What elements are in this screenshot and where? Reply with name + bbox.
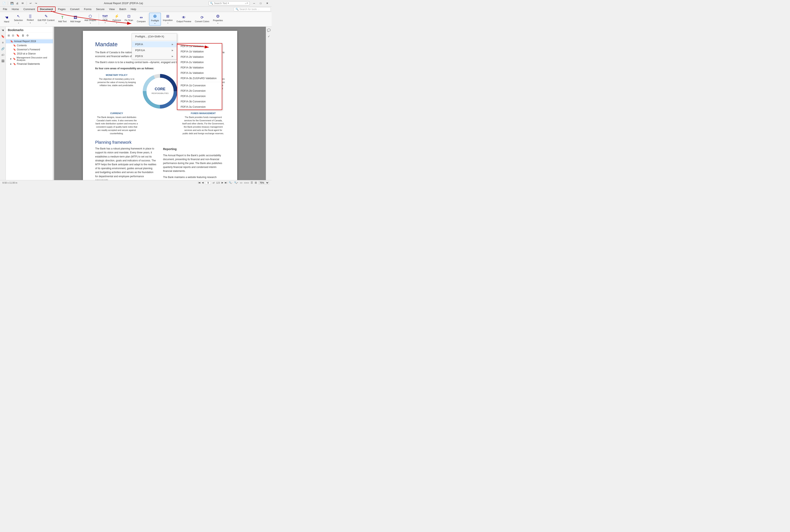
menu-batch[interactable]: Batch <box>117 7 128 11</box>
tool-add-text[interactable]: T Add Text <box>57 13 68 26</box>
pdfa-2u-validation[interactable]: PDF/A-2u Validation <box>177 60 222 65</box>
text-search-box[interactable]: 🔍 Search Text ▾ ‹ › ✕ <box>208 1 250 5</box>
nav-first[interactable]: |◀ <box>198 181 200 184</box>
tool-imposition[interactable]: ⊞ Imposition ▾ <box>161 13 174 26</box>
preflight-open-item[interactable]: Preflight... (Ctrl+Shift+X) <box>132 34 177 39</box>
page-dimensions: 8.50 x 11.00 in <box>2 182 17 184</box>
bm-collapse-all[interactable]: ⊟ <box>11 34 15 37</box>
pdfa-2u-conversion[interactable]: PDF/A-2u Conversion <box>177 94 222 99</box>
pdfa-2b-conversion[interactable]: PDF/A-2b Conversion <box>177 88 222 94</box>
nav-last[interactable]: ▶| <box>225 181 227 184</box>
close-button[interactable]: ✕ <box>264 1 270 5</box>
sidebar-bookmark-icon[interactable]: 🔖 <box>1 34 5 39</box>
tool-preflight[interactable]: ⊕ Preflight ▾ <box>149 13 161 26</box>
menu-secure[interactable]: Secure <box>94 7 107 11</box>
redo-button[interactable]: ↪ <box>34 1 38 5</box>
imposition-arrow: ▾ <box>167 22 168 24</box>
menubar: File Home Comment Document Pages Convert… <box>0 6 272 12</box>
responsibilities-text: RESPONSIBILITIES <box>151 92 168 94</box>
statusbar: 8.50 x 11.00 in |◀ ◀ of 123 ▶ ▶| 🔍- 🔍+ ▭… <box>0 180 272 185</box>
right-comment-icon[interactable]: 💬 <box>267 28 271 33</box>
menu-view[interactable]: View <box>107 7 117 11</box>
pdfa-1a-validation[interactable]: PDF/A-1a Validation <box>177 43 222 49</box>
bm-contents[interactable]: 🔖 Contents <box>6 43 53 48</box>
bm-financial[interactable]: ▶ 🔖 Financial Statements <box>6 62 53 66</box>
nav-prev[interactable]: ◀ <box>202 181 203 184</box>
maximize-button[interactable]: □ <box>258 1 263 5</box>
bm-2019-glance[interactable]: 🔖 2019 at a Glance <box>6 52 53 56</box>
pdfa-3u-validation[interactable]: PDF/A-3u Validation <box>177 70 222 76</box>
sidebar-image-icon[interactable]: 🖼 <box>1 59 5 63</box>
tool-optimize[interactable]: ⚡ Optimize ▾ <box>111 13 123 26</box>
tool-hand[interactable]: ☚ Hand <box>1 13 12 26</box>
app-icon: 📄 <box>2 1 6 5</box>
tool-properties[interactable]: ⚙ Properties ▾ <box>211 13 224 26</box>
bm-expand-all[interactable]: ⊞ <box>7 34 11 37</box>
tool-fix-scan[interactable]: ⊡ Fix Scan ▾ <box>123 13 135 26</box>
tool-edit-pdf[interactable]: ✎ Edit PDF Content ▾ <box>36 13 56 26</box>
pdfa-3b-zugferd-validation[interactable]: PDF/A-3b ZUGFeRD Validation <box>177 76 222 81</box>
pdfa-3u-conversion[interactable]: PDF/A-3u Conversion <box>177 104 222 110</box>
pdfa-3b-validation[interactable]: PDF/A-3b Validation <box>177 65 222 70</box>
menu-file[interactable]: File <box>1 7 9 11</box>
search-close-icon[interactable]: ✕ <box>246 2 248 4</box>
right-check-icon[interactable]: ✓ <box>267 34 271 39</box>
tool-convert-colors[interactable]: ⟳ Convert Colors <box>193 13 211 26</box>
pdfa-1b-validation[interactable]: PDF/A-1b Validation <box>177 49 222 54</box>
menu-document[interactable]: Document <box>37 6 56 12</box>
tool-output-preview[interactable]: 👁 Output Preview <box>174 13 193 26</box>
ocr-icon: TXT <box>102 15 108 18</box>
tool-selection[interactable]: ↖ Selection ▾ <box>12 13 24 26</box>
bm-management-expand[interactable]: ▶ <box>10 58 12 60</box>
sidebar-layers-icon[interactable]: ≡ <box>1 40 5 45</box>
redact-arrow: ▾ <box>30 22 31 24</box>
sidebar-tag-icon[interactable]: 🏷 <box>1 53 5 57</box>
pdfa-1b-conversion[interactable]: PDF/A-1b Conversion <box>177 83 222 88</box>
edit-pdf-icon: ✎ <box>44 14 48 18</box>
view-single[interactable]: ▭ <box>240 181 242 184</box>
bm-new[interactable]: 🔖 <box>16 34 20 37</box>
sidebar-link-icon[interactable]: 🔗 <box>1 46 5 51</box>
tool-add-image[interactable]: 🖼 Add Image <box>69 13 82 26</box>
tool-ocr[interactable]: TXT OCR ▾ <box>100 13 110 26</box>
menu-help[interactable]: Help <box>129 7 138 11</box>
tool-compare[interactable]: ⇔ Compare <box>135 13 147 26</box>
email-button[interactable]: ✉ <box>20 1 25 5</box>
undo-button[interactable]: ↩ <box>29 1 33 5</box>
minimize-button[interactable]: ─ <box>252 1 257 5</box>
save-button[interactable]: 💾 <box>10 1 14 5</box>
page-input[interactable] <box>205 181 211 184</box>
zoom-out[interactable]: 🔍- <box>229 181 233 184</box>
fixscan-arrow: ▾ <box>128 22 129 24</box>
bm-delete[interactable]: 🗑 <box>21 34 25 37</box>
search-tools-input[interactable]: 🔍 Search for tools ... <box>234 7 271 11</box>
view-double[interactable]: ▭▭ <box>244 181 249 184</box>
optimize-icon: ⚡ <box>114 14 119 18</box>
tool-redact[interactable]: ▒ Redact ▾ <box>25 13 36 26</box>
tool-edit-label: Edit PDF Content <box>38 19 55 22</box>
pdfa-3b-conversion[interactable]: PDF/A-3b Conversion <box>177 99 222 104</box>
menu-comment[interactable]: Comment <box>21 7 37 11</box>
view-spread[interactable]: ⊞ <box>255 181 257 184</box>
menu-home[interactable]: Home <box>10 7 21 11</box>
tool-add-shapes[interactable]: ⬡ Add Shapes ▾ <box>83 13 98 26</box>
pdfx-menu-item[interactable]: PDF/X ▶ <box>132 53 177 59</box>
bm-financial-expand[interactable]: ▶ <box>10 63 12 65</box>
search-dropdown-icon[interactable]: ▾ <box>228 2 229 4</box>
sidebar-hand-icon[interactable]: ☚ <box>1 28 5 33</box>
zoom-select[interactable]: 75% 50% 100% 125% 150% <box>259 181 269 184</box>
view-scroll[interactable]: ☰ <box>251 181 253 184</box>
nav-next[interactable]: ▶ <box>222 181 223 184</box>
zoom-in[interactable]: 🔍+ <box>234 181 238 184</box>
pdfa-menu-item[interactable]: PDF/A ▶ <box>132 41 177 47</box>
menu-forms[interactable]: Forms <box>82 7 94 11</box>
bm-annual-report[interactable]: 🔖 Annual Report 2019 <box>6 39 53 43</box>
bm-settings[interactable]: ⚙ <box>26 34 30 37</box>
pdfa-2b-validation[interactable]: PDF/A-2b Validation <box>177 54 222 60</box>
print-button[interactable]: 🖨 <box>15 1 20 5</box>
menu-convert[interactable]: Convert <box>68 7 81 11</box>
pdfua-menu-item[interactable]: PDF/UA ▶ <box>132 47 177 53</box>
bm-governors-foreword[interactable]: 🔖 Governor's Foreword <box>6 48 53 52</box>
bm-management[interactable]: ▶ 🔖 Management Discussion and Analysis <box>6 56 53 62</box>
menu-pages[interactable]: Pages <box>56 7 68 11</box>
